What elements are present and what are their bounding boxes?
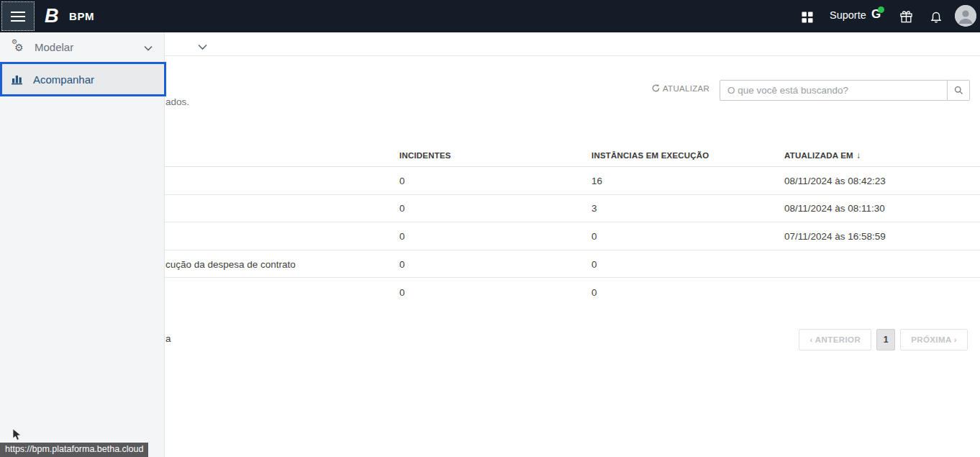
search-button[interactable]: [948, 80, 970, 101]
cell-incidentes: 0: [399, 258, 405, 269]
search-bar: [720, 80, 970, 101]
cell-incidentes: 0: [399, 175, 405, 186]
user-avatar[interactable]: [955, 5, 976, 27]
support-chat-icon[interactable]: G: [871, 7, 881, 22]
refresh-label: ATUALIZAR: [663, 84, 709, 93]
bar-chart-icon: [12, 73, 24, 85]
cell-instancias: 0: [591, 258, 597, 269]
sidebar-item-label: Acompanhar: [33, 73, 94, 86]
gears-icon: ⚙⚙: [12, 41, 26, 54]
previous-page-button[interactable]: ‹ ANTERIOR: [799, 329, 871, 350]
cell-process-name: cução da despesa de contrato: [165, 258, 296, 269]
cell-incidentes: 0: [399, 203, 405, 214]
search-icon: [954, 86, 963, 95]
mouse-cursor: [12, 429, 22, 444]
sidebar-item-label: Modelar: [35, 41, 73, 53]
chevron-down-icon: [144, 41, 153, 53]
table-header-row: INCIDENTES INSTÂNCIAS EM EXECUÇÃO ATUALI…: [165, 144, 980, 167]
search-input[interactable]: [720, 80, 948, 101]
apps-grid-icon[interactable]: [799, 9, 815, 25]
cell-instancias: 0: [591, 286, 597, 297]
cell-instancias: 0: [591, 230, 597, 241]
refresh-button[interactable]: ATUALIZAR: [651, 83, 709, 93]
sidebar-item-modelar[interactable]: ⚙⚙ Modelar: [0, 32, 164, 62]
pagination: ‹ ANTERIOR 1 PRÓXIMA ›: [799, 329, 968, 350]
page-number-button[interactable]: 1: [876, 329, 895, 350]
results-text-fragment: ados.: [165, 96, 189, 107]
refresh-icon: [651, 83, 661, 93]
cell-instancias: 16: [591, 175, 602, 186]
notifications-bell-icon[interactable]: [928, 9, 944, 24]
column-header-incidentes[interactable]: INCIDENTES: [399, 151, 451, 160]
app-title: BPM: [69, 10, 94, 22]
support-link[interactable]: Suporte: [830, 9, 866, 21]
sidebar: ⚙⚙ Modelar Acompanhar: [0, 32, 165, 457]
table-row[interactable]: 0 0 07/11/2024 às 16:58:59: [165, 222, 980, 250]
hamburger-menu-button[interactable]: [1, 1, 35, 31]
betha-logo[interactable]: B: [45, 4, 59, 28]
table-row[interactable]: cução da despesa de contrato 0 0: [165, 250, 980, 279]
cell-atualizada: 07/11/2024 às 16:58:59: [784, 230, 886, 241]
online-status-dot: [878, 6, 884, 13]
column-header-instancias[interactable]: INSTÂNCIAS EM EXECUÇÃO: [591, 151, 709, 160]
bpm-app: B BPM Suporte G: [0, 0, 980, 457]
chevron-down-icon[interactable]: [198, 40, 207, 53]
cell-atualizada: 08/11/2024 às 08:11:30: [784, 203, 885, 214]
table-row[interactable]: 0 0: [165, 278, 980, 306]
table-row[interactable]: 0 3 08/11/2024 às 08:11:30: [165, 195, 980, 223]
cell-incidentes: 0: [399, 230, 405, 241]
browser-status-url: https://bpm.plataforma.betha.cloud: [0, 443, 148, 457]
gift-icon[interactable]: [898, 9, 914, 24]
header-divider: [165, 55, 980, 56]
next-page-button[interactable]: PRÓXIMA ›: [900, 329, 968, 350]
main-content: ATUALIZAR ados. INCIDENTES INSTÂNCIAS EM…: [165, 32, 980, 457]
table-body: 0 16 08/11/2024 às 08:42:23 0 3 08/11/20…: [165, 167, 980, 306]
sidebar-item-acompanhar[interactable]: Acompanhar: [0, 62, 166, 96]
column-header-atualizada[interactable]: ATUALIZADA EM↓: [784, 150, 861, 160]
cell-instancias: 3: [591, 203, 597, 214]
topbar: B BPM Suporte G: [0, 0, 980, 32]
cell-atualizada: 08/11/2024 às 08:42:23: [784, 175, 886, 186]
hamburger-icon: [11, 12, 25, 13]
table-row[interactable]: 0 16 08/11/2024 às 08:42:23: [165, 167, 980, 195]
sort-desc-icon: ↓: [856, 150, 861, 160]
process-table: INCIDENTES INSTÂNCIAS EM EXECUÇÃO ATUALI…: [165, 144, 980, 306]
footer-text-fragment: a: [165, 333, 171, 344]
cell-incidentes: 0: [399, 286, 405, 297]
